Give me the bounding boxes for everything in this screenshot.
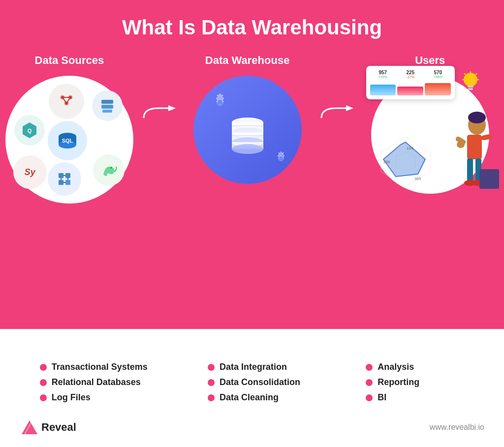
svg-point-7 [69,96,72,99]
svg-point-18 [110,167,112,169]
bullet-dot [208,379,215,386]
stat3-num: 570 [425,70,451,75]
person-figure [450,105,499,199]
svg-rect-11 [101,100,113,104]
users-circle: 957 +35% 225 -17% 570 +48% [371,76,489,194]
svg-rect-58 [479,169,499,189]
svg-point-29 [279,156,284,161]
logo-area: Reveal [20,418,76,436]
sources-bullets: Transactional Systems Relational Databas… [30,350,168,408]
bullet-dot [208,364,215,371]
sql-icon: SQL [48,121,87,160]
database-icon [220,108,275,162]
bullet-dot [208,394,215,401]
sybase-icon: Sy [13,155,47,189]
svg-rect-61 [468,88,473,90]
aws-icon [92,90,123,121]
svg-point-28 [217,99,223,105]
page-title: What Is Data Warehousing [122,16,382,39]
svg-rect-56 [481,134,492,141]
svg-text:365: 365 [414,177,421,181]
svg-rect-48 [467,135,482,159]
sources-bullet-2: Relational Databases [40,377,168,387]
main-background: What Is Data Warehousing Data Sources [0,0,504,447]
warehouse-title: Data Warehouse [205,54,290,67]
logo-text: Reveal [41,421,76,434]
azure-icon [48,162,81,196]
bullet-dot [40,379,47,386]
warehouse-bullet-3: Data Cleaning [208,392,326,403]
svg-rect-19 [59,173,63,178]
spider-chart: 124 255 365 [376,135,430,184]
column-warehouse: Data Warehouse [178,54,317,184]
bullet-dot [366,394,373,401]
svg-text:255: 255 [383,160,390,164]
sources-bullet-1: Transactional Systems [40,362,168,372]
svg-marker-40 [346,105,353,111]
svg-line-66 [475,73,477,75]
svg-line-65 [464,73,466,75]
svg-marker-44 [383,142,425,177]
stat2-pct: -17% [398,75,423,79]
website-url: www.revealbi.io [430,423,484,432]
svg-point-50 [468,112,486,123]
lightbulb-icon [462,71,479,97]
svg-rect-13 [102,110,112,113]
warehouse-bullet-2: Data Consolidation [208,377,326,387]
svg-marker-27 [168,105,176,111]
bullets-section: Transactional Systems Relational Databas… [0,350,504,408]
svg-rect-22 [65,180,70,185]
bullet-dot [366,379,373,386]
warehouse-circle [193,76,302,184]
users-bullet-2: Reporting [366,377,474,387]
sources-bullet-3: Log Files [40,392,168,403]
sources-title: Data Sources [35,54,104,67]
footer: Reveal www.revealbi.io [0,408,504,447]
arrow-warehouse-to-users [316,103,356,123]
svg-rect-21 [59,180,63,185]
column-sources: Data Sources [0,54,139,204]
users-bullets: Analysis Reporting BI [356,350,474,408]
sy-label: Sy [25,167,35,178]
sources-circle: Q SQL [5,76,133,204]
svg-point-6 [61,96,64,99]
warehouse-bullet-1: Data Integration [208,362,326,372]
stat1-pct: +35% [370,75,396,79]
stat3-pct: +48% [425,75,451,79]
svg-rect-60 [468,86,473,88]
bullet-dot [40,394,47,401]
reveal-logo-icon [20,418,37,436]
svg-point-57 [457,141,465,148]
svg-rect-20 [65,173,70,178]
users-bullet-3: BI [366,392,474,403]
column-users: Users 957 +35% 225 -17% [356,54,504,194]
arrow-sources-to-warehouse [139,103,178,123]
oracle-icon [49,84,84,119]
bullet-dot [366,364,373,371]
mysql-icon [93,154,125,186]
users-bullet-1: Analysis [366,362,474,372]
svg-point-59 [464,73,477,87]
users-title: Users [415,54,445,67]
svg-rect-51 [467,158,473,183]
svg-text:Q: Q [28,128,32,134]
hex-icon: Q [14,115,45,146]
svg-point-8 [65,102,68,105]
svg-text:124: 124 [407,146,413,150]
warehouse-bullets: Data Integration Data Consolidation Data… [198,350,326,408]
svg-rect-12 [101,105,113,109]
mini-dashboard-card: 957 +35% 225 -17% 570 +48% [366,66,455,99]
svg-text:SQL: SQL [62,138,73,144]
bullet-dot [40,364,47,371]
stat1-num: 957 [370,70,396,75]
stat2-num: 225 [398,70,423,75]
